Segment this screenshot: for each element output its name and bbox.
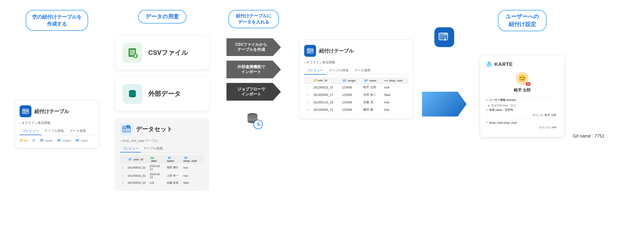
karte-logo-text: KARTE — [494, 62, 513, 67]
dataset-row-3: 3 181240010_03 null 佐藤 景美 false — [120, 180, 204, 186]
svg-point-45 — [444, 38, 446, 39]
col-key: 🔑 key — [20, 139, 28, 142]
step4-card-header: 紐付けテーブル — [304, 45, 409, 57]
step6-column: ユーザーへの 紐付け設定 KARTE 😊 99 軽手 太郎 — [470, 8, 569, 137]
step4-tab-info[interactable]: テーブル情報 — [326, 67, 352, 75]
step1-columns: 🔑 key 🔗 ST target ST related ST name — [20, 138, 94, 143]
external-icon — [122, 84, 142, 104]
external-label: 外部データ — [148, 90, 181, 98]
external-data-card: 外部データ — [115, 77, 209, 111]
blue-right-arrow — [422, 92, 466, 117]
col-related: ST related — [56, 139, 71, 142]
step1-table-card: 紐付けテーブル ‹ オフライン来店情報 プレビュー テーブル情報 データ連携 🔑… — [15, 100, 99, 148]
svg-point-19 — [129, 94, 136, 97]
karte-avatar: 😊 99 — [516, 72, 529, 85]
karte-top-icon — [434, 27, 454, 47]
karte-section-shopvisit: ▼ shop_visit shop_visit 最初の値 true — [486, 121, 559, 130]
step4-card-title: 紐付けテーブル — [319, 48, 354, 54]
svg-point-38 — [312, 52, 312, 53]
svg-point-41 — [440, 34, 440, 35]
step4-card-icon — [304, 45, 316, 57]
step1-tab-preview[interactable]: プレビュー — [20, 127, 42, 135]
karte-badge: 99 — [526, 82, 531, 86]
karte-user-card: KARTE 😊 99 軽手 太郎 ▼ ユーザー情報 identify — [480, 56, 564, 137]
dataset-tab-preview[interactable]: プレビュー — [120, 145, 141, 152]
karte-section-shopvisit-title: ▼ shop_visit shop_visit — [486, 121, 559, 124]
step4-row-4: 4 181230260_11 123456 藤田 陽 true — [304, 106, 409, 114]
step4-row-2: 2 181300000_17 123456 右田 裕二 false — [304, 91, 409, 99]
svg-point-3 — [26, 111, 29, 114]
step1-tabs: プレビュー テーブル情報 データ連携 — [20, 127, 94, 135]
step4-column: 紐付けテーブル ‹ オフライン来店情報 プレビュー テーブル情報 データ連携 🔑… — [292, 8, 416, 119]
step4-tab-preview[interactable]: プレビュー — [304, 67, 326, 75]
svg-point-37 — [310, 51, 313, 54]
step1-breadcrumb: ‹ オフライン来店情報 — [20, 121, 94, 125]
svg-point-42 — [441, 34, 442, 35]
gif-name-label: Gif name : 7751 — [573, 134, 604, 139]
svg-point-33 — [258, 124, 259, 125]
step4-breadcrumb: ‹ オフライン来店情報 — [304, 60, 409, 65]
step1-pill: 空の紐付けテーブルを 作成する — [26, 10, 88, 31]
svg-text:ST: ST — [127, 126, 130, 127]
svg-point-47 — [488, 62, 490, 63]
col-link: 🔗 — [32, 139, 36, 142]
step6-pill: ユーザーへの 紐付け設定 — [498, 10, 546, 31]
step4-row-1: 1 181240010_15 123456 軽手 太郎 true — [304, 84, 409, 91]
karte-avatar-container: 😊 99 — [486, 72, 559, 85]
karte-logo-icon — [486, 61, 492, 68]
karte-section-userinfo: ▼ ユーザー情報 identify ▶ 送信日時 date : 日付 ▼ 名前 … — [486, 98, 559, 117]
step4-tabs: プレビュー テーブル情報 データ連携 — [304, 67, 409, 75]
step1-card-header: 紐付けテーブル — [20, 105, 94, 117]
dataset-row-2: 2 181240010_02 2024-03-13 上田 裕一 true — [120, 171, 204, 180]
csv-icon — [122, 43, 142, 63]
col-target: ST target — [39, 139, 52, 142]
col-name: ST name — [75, 139, 88, 142]
dataset-tab-info[interactable]: テーブル情報 — [141, 145, 165, 152]
karte-logo: KARTE — [486, 61, 559, 68]
karte-sub-name: 最初の値 軽手 太郎 — [486, 113, 559, 117]
step4-tab-datalink[interactable]: データ連携 — [352, 67, 374, 75]
karte-divider-2 — [486, 119, 559, 120]
step1-card-title: 紐付けテーブル — [34, 108, 69, 115]
karte-section-name-title: ▼ 名前 name : 文字列 — [486, 108, 559, 112]
step1-tab-tableinfo[interactable]: テーブル情報 — [42, 127, 67, 135]
karte-user-name: 軽手 太郎 — [486, 88, 559, 93]
db-clock-icon — [244, 110, 264, 131]
svg-point-43 — [442, 34, 444, 35]
karte-sub-shopvisit: 最初の値 true — [486, 125, 559, 130]
dataset-header: ST データセット — [120, 123, 204, 136]
step3-column: 紐付けテーブルに データを入れる CSVファイルからテーブルを作成 外部連携機能… — [213, 8, 292, 131]
dataset-icon: ST — [120, 123, 133, 136]
step1-card-icon — [20, 105, 32, 117]
step4-main-table: 🔑 user_id ST target ST name ∞∞ shop_visi… — [304, 77, 409, 114]
dataset-title: データセット — [136, 125, 173, 133]
step4-table-card: 紐付けテーブル ‹ オフライン来店情報 プレビュー テーブル情報 データ連携 🔑… — [300, 40, 413, 119]
dataset-tabs: プレビュー テーブル情報 — [120, 145, 204, 153]
step2-pill: データの用意 — [138, 10, 186, 24]
step3-arrow1: CSVファイルからテーブルを作成 — [226, 38, 281, 56]
dataset-row-1: 1 181240010_01 2024-03-13 福田 康介 true — [120, 164, 204, 172]
step1-tab-datalink[interactable]: データ連携 — [67, 127, 89, 135]
step3-arrow2: 外部連携機能でインポート — [226, 61, 281, 78]
dataset-breadcrumb: ‹ shop_visit_data テーブル — [120, 139, 204, 143]
karte-section-userinfo-title: ▼ ユーザー情報 identify — [486, 98, 559, 102]
svg-point-4 — [27, 113, 28, 113]
step2-column: データの用意 CSVファイル — [104, 8, 213, 190]
dataset-card: ST データセット ‹ shop_visit_data テーブル プレビュー テ… — [115, 118, 209, 190]
csv-label: CSVファイル — [148, 48, 188, 57]
karte-section-name: ▼ 名前 name : 文字列 最初の値 軽手 太郎 — [486, 108, 559, 117]
step4-row-3: 3 181300110_19 123456 佐藤 茂 true — [304, 99, 409, 106]
dataset-table: ST user_id DA _date ST name ST shop_visi… — [120, 155, 204, 186]
csv-card: CSVファイル — [115, 36, 209, 70]
step5-column — [416, 8, 470, 117]
step3-arrow3: ジョブフローでインポート — [226, 83, 281, 101]
karte-field-date: ▶ 送信日時 date : 日付 — [486, 103, 559, 108]
karte-divider-1 — [486, 96, 559, 97]
step1-column: 空の紐付けテーブルを 作成する 紐付けテーブル ‹ オフライン — [10, 8, 104, 148]
step3-pill: 紐付けテーブルに データを入れる — [228, 10, 279, 28]
main-container: 空の紐付けテーブルを 作成する 紐付けテーブル ‹ オフライン — [0, 0, 644, 233]
